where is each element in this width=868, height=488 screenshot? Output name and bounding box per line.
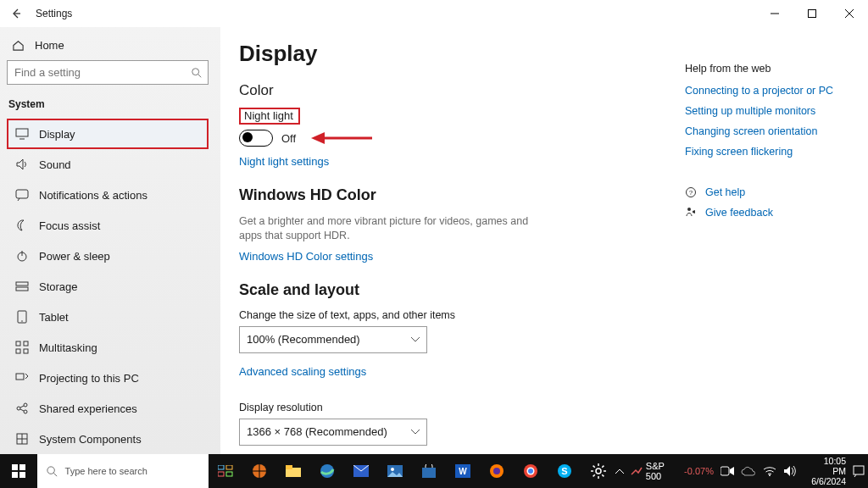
explorer-icon[interactable] — [276, 454, 310, 488]
settings-icon[interactable] — [581, 454, 615, 488]
skype-icon[interactable]: S — [548, 454, 581, 488]
night-light-settings-link[interactable]: Night light settings — [239, 155, 329, 168]
power-icon — [15, 249, 29, 263]
speaker-icon — [15, 158, 29, 171]
meet-now-icon[interactable] — [721, 466, 734, 476]
svg-rect-50 — [422, 468, 436, 478]
resolution-select[interactable]: 1366 × 768 (Recommended) — [239, 419, 427, 446]
taskbar-search[interactable]: Type here to search — [37, 454, 209, 488]
svg-rect-6 — [16, 129, 28, 136]
hd-color-heading: Windows HD Color — [239, 186, 661, 204]
sidebar-item-notifications-actions[interactable]: Notifications & actions — [7, 180, 209, 210]
close-button[interactable] — [831, 0, 868, 27]
resolution-label: Display resolution — [239, 402, 661, 413]
give-feedback-link[interactable]: Give feedback — [705, 207, 773, 219]
sidebar-item-label: Storage — [39, 280, 78, 293]
sidebar-item-multitasking[interactable]: Multitasking — [7, 332, 209, 363]
svg-text:?: ? — [689, 189, 693, 197]
sidebar-item-system-components[interactable]: System Components — [7, 424, 209, 454]
svg-rect-42 — [226, 472, 232, 476]
svg-point-4 — [192, 68, 199, 75]
svg-rect-33 — [12, 464, 18, 470]
onedrive-icon[interactable] — [741, 466, 756, 476]
firefox-icon[interactable] — [480, 454, 514, 488]
store-icon[interactable] — [412, 454, 446, 488]
mail-icon[interactable] — [344, 454, 378, 488]
svg-rect-36 — [19, 472, 25, 478]
sidebar-home[interactable]: Home — [7, 34, 209, 60]
resolution-select-value: 1366 × 768 (Recommended) — [247, 425, 387, 438]
ticker-change: -0.07% — [684, 466, 714, 476]
svg-line-65 — [593, 466, 594, 468]
taskbar-pinned: W S — [209, 454, 615, 488]
sidebar-item-storage[interactable]: Storage — [7, 271, 209, 302]
help-pane: Help from the web Connecting to a projec… — [685, 27, 868, 454]
components-icon — [15, 432, 29, 446]
chrome-icon[interactable] — [514, 454, 548, 488]
word-icon[interactable]: W — [446, 454, 480, 488]
monitor-icon — [15, 127, 29, 141]
hd-color-settings-link[interactable]: Windows HD Color settings — [239, 250, 373, 263]
wifi-icon[interactable] — [763, 466, 776, 476]
svg-text:W: W — [459, 467, 467, 476]
scale-label: Change the size of text, apps, and other… — [239, 309, 661, 321]
sidebar-item-display[interactable]: Display — [7, 119, 209, 149]
task-view-icon[interactable] — [209, 454, 242, 488]
maximize-button[interactable] — [793, 0, 831, 27]
sidebar-item-label: Power & sleep — [39, 250, 110, 263]
feedback-icon — [685, 207, 697, 219]
help-link[interactable]: Fixing screen flickering — [685, 146, 854, 158]
edge-icon[interactable] — [310, 454, 344, 488]
svg-rect-16 — [24, 341, 28, 346]
sidebar-item-sound[interactable]: Sound — [7, 149, 209, 180]
svg-line-5 — [198, 74, 202, 77]
sidebar-item-focus-assist[interactable]: Focus assist — [7, 210, 209, 241]
settings-search[interactable] — [7, 60, 209, 85]
svg-point-14 — [21, 320, 23, 322]
svg-rect-1 — [809, 10, 816, 18]
svg-line-38 — [53, 473, 57, 476]
sidebar-item-label: Projecting to this PC — [39, 372, 139, 385]
svg-line-66 — [602, 474, 604, 476]
search-icon — [46, 465, 58, 478]
photos-icon[interactable] — [378, 454, 412, 488]
get-help-link[interactable]: Get help — [705, 186, 745, 198]
volume-icon[interactable] — [783, 465, 797, 477]
sidebar-item-shared-experiences[interactable]: Shared experiences — [7, 393, 209, 424]
svg-point-70 — [769, 474, 771, 476]
search-input[interactable] — [13, 65, 160, 80]
sidebar-item-label: Notifications & actions — [39, 189, 147, 202]
svg-line-67 — [602, 466, 604, 468]
sports-icon[interactable] — [242, 454, 276, 488]
night-light-state: Off — [281, 132, 296, 145]
minimize-button[interactable] — [756, 0, 793, 27]
sidebar-item-projecting-to-this-pc[interactable]: Projecting to this PC — [7, 363, 209, 393]
svg-rect-15 — [16, 341, 20, 346]
sidebar-item-label: Focus assist — [39, 219, 100, 232]
back-icon[interactable] — [10, 8, 22, 19]
sidebar-item-power-sleep[interactable]: Power & sleep — [7, 241, 209, 271]
chat-icon — [15, 188, 29, 202]
help-link[interactable]: Connecting to a projector or PC — [685, 85, 854, 97]
taskbar-clock[interactable]: 10:05 PM 6/6/2024 — [809, 456, 846, 486]
scale-select[interactable]: 100% (Recommended) — [239, 326, 427, 353]
home-icon — [12, 39, 25, 52]
sidebar: Home System DisplaySoundNotifications & … — [0, 27, 220, 454]
night-light-toggle[interactable] — [239, 130, 273, 147]
help-link[interactable]: Setting up multiple monitors — [685, 105, 854, 117]
start-button[interactable] — [0, 454, 37, 488]
svg-line-24 — [20, 409, 24, 411]
chevron-up-icon[interactable] — [615, 469, 624, 474]
sidebar-item-label: Display — [39, 128, 75, 141]
svg-rect-40 — [226, 465, 232, 469]
notifications-icon[interactable] — [853, 465, 865, 477]
svg-rect-12 — [16, 287, 28, 291]
stock-ticker[interactable]: S&P 500 -0.07% — [631, 461, 714, 481]
advanced-scaling-link[interactable]: Advanced scaling settings — [239, 365, 366, 378]
sidebar-item-tablet[interactable]: Tablet — [7, 302, 209, 332]
help-heading: Help from the web — [685, 63, 854, 75]
trend-icon — [631, 467, 643, 475]
night-light-label: Night light — [239, 108, 300, 125]
help-link[interactable]: Changing screen orientation — [685, 125, 854, 137]
svg-point-22 — [24, 410, 27, 413]
